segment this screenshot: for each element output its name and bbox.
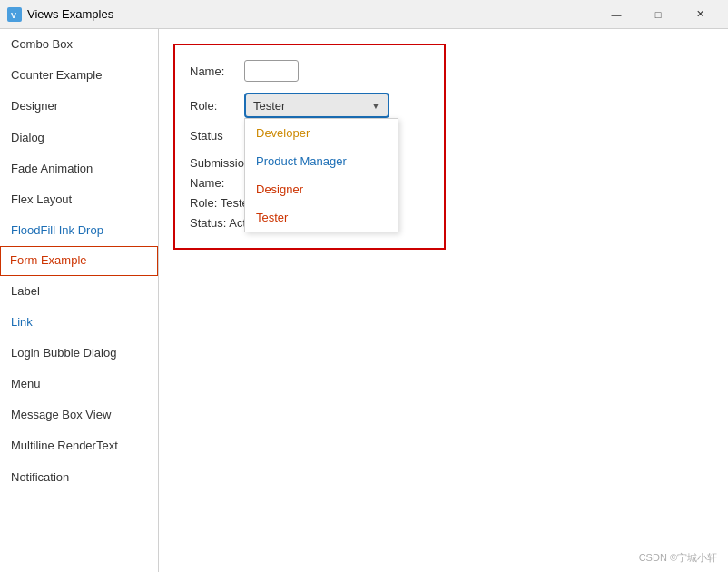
role-dropdown: Tester ▼ DeveloperProduct ManagerDesigne…: [244, 93, 389, 118]
role-row: Role: Tester ▼ DeveloperProduct ManagerD…: [190, 93, 429, 118]
watermark: CSDN ©宁城小轩: [639, 551, 717, 565]
sidebar-item-floodfill-ink-drop[interactable]: FloodFill Ink Drop: [0, 215, 158, 246]
sidebar-item-combo-box[interactable]: Combo Box: [0, 29, 158, 60]
chevron-down-icon: ▼: [371, 101, 380, 111]
dropdown-item-tester[interactable]: Tester: [245, 203, 398, 232]
sidebar-item-link[interactable]: Link: [0, 307, 158, 338]
minimize-button[interactable]: —: [595, 0, 637, 29]
role-label: Role:: [190, 99, 244, 113]
sidebar: Combo BoxCounter ExampleDesignerDialogFa…: [0, 29, 159, 572]
close-button[interactable]: ✕: [679, 0, 721, 29]
name-label: Name:: [190, 64, 244, 78]
sidebar-item-message-box-view[interactable]: Message Box View: [0, 399, 158, 430]
dropdown-item-product-manager[interactable]: Product Manager: [245, 147, 398, 175]
sidebar-item-label[interactable]: Label: [0, 276, 158, 307]
sidebar-item-counter-example[interactable]: Counter Example: [0, 60, 158, 91]
role-selected-value: Tester: [253, 99, 285, 113]
sidebar-item-form-example[interactable]: Form Example: [0, 246, 158, 275]
name-input[interactable]: [244, 60, 299, 82]
role-dropdown-button[interactable]: Tester ▼: [244, 93, 389, 118]
main-layout: Combo BoxCounter ExampleDesignerDialogFa…: [0, 29, 728, 572]
name-row: Name:: [190, 60, 429, 82]
sidebar-item-flex-layout[interactable]: Flex Layout: [0, 184, 158, 215]
app-icon: V: [7, 7, 22, 22]
sidebar-item-menu[interactable]: Menu: [0, 369, 158, 399]
dropdown-item-designer[interactable]: Designer: [245, 175, 398, 203]
title-bar: V Views Examples — □ ✕: [0, 0, 728, 29]
dropdown-item-developer[interactable]: Developer: [245, 119, 398, 147]
form-panel: Name: Role: Tester ▼ DeveloperProduct Ma…: [173, 44, 446, 250]
window-title: Views Examples: [27, 7, 595, 21]
sidebar-item-fade-animation[interactable]: Fade Animation: [0, 153, 158, 184]
sidebar-item-notification[interactable]: Notification: [0, 462, 158, 493]
sidebar-item-login-bubble-dialog[interactable]: Login Bubble Dialog: [0, 338, 158, 369]
sidebar-item-designer[interactable]: Designer: [0, 91, 158, 122]
content-area: Name: Role: Tester ▼ DeveloperProduct Ma…: [159, 29, 728, 572]
maximize-button[interactable]: □: [637, 0, 679, 29]
role-dropdown-menu: DeveloperProduct ManagerDesignerTester: [244, 118, 398, 232]
sidebar-item-dialog[interactable]: Dialog: [0, 123, 158, 153]
status-label: Status: [190, 129, 244, 143]
window-controls: — □ ✕: [595, 0, 721, 29]
svg-text:V: V: [11, 11, 16, 20]
sidebar-item-multiline-rendertext[interactable]: Multiline RenderText: [0, 430, 158, 461]
